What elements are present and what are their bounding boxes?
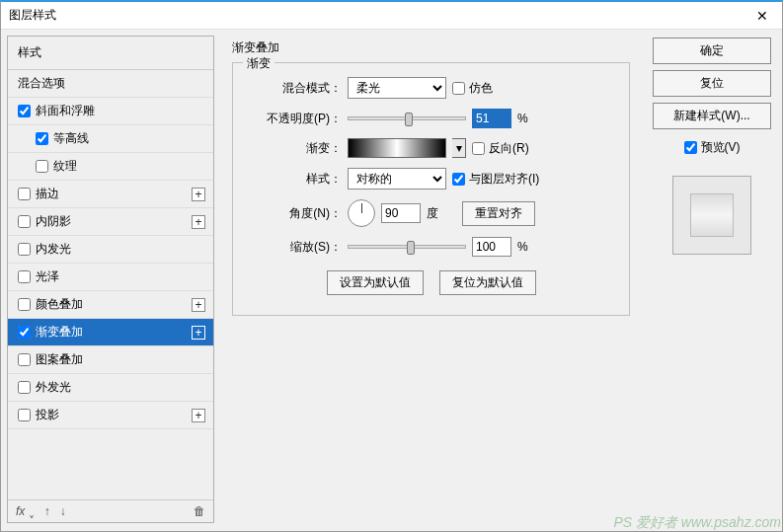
color-overlay-add-icon[interactable]: + — [192, 298, 205, 312]
fieldset-legend: 渐变 — [243, 55, 274, 72]
angle-label: 角度(N)： — [253, 205, 342, 222]
preview-check[interactable]: 预览(V) — [684, 139, 741, 156]
inner-glow-checkbox[interactable] — [18, 243, 31, 256]
opacity-label: 不透明度(P)： — [253, 111, 342, 127]
gradient-label: 渐变： — [253, 140, 342, 157]
scale-label: 缩放(S)： — [253, 239, 342, 256]
style-label: 样式： — [253, 171, 342, 188]
content: 样式 混合选项 斜面和浮雕 等高线 纹理 描边 + — [1, 30, 782, 529]
default-buttons-row: 设置为默认值 复位为默认值 — [253, 270, 609, 295]
align-checkbox[interactable] — [452, 173, 465, 186]
window-title: 图层样式 — [9, 7, 56, 24]
section-title: 渐变叠加 — [232, 39, 630, 56]
inner-shadow-add-icon[interactable]: + — [192, 215, 205, 229]
scale-row: 缩放(S)： % — [253, 237, 609, 257]
reverse-check[interactable]: 反向(R) — [472, 140, 529, 157]
stroke-checkbox[interactable] — [18, 188, 31, 200]
reset-default-button[interactable]: 复位为默认值 — [439, 270, 536, 295]
bevel-emboss-item[interactable]: 斜面和浮雕 — [8, 98, 213, 125]
gradient-overlay-item[interactable]: 渐变叠加 + — [8, 319, 213, 346]
style-row: 样式： 对称的 与图层对齐(I) — [253, 168, 609, 190]
angle-dial[interactable] — [348, 199, 375, 227]
reset-align-button[interactable]: 重置对齐 — [462, 201, 535, 226]
scale-slider[interactable] — [348, 245, 466, 249]
new-style-button[interactable]: 新建样式(W)... — [653, 103, 771, 129]
preview-thumbnail — [690, 193, 734, 237]
inner-shadow-item[interactable]: 内阴影 + — [8, 208, 213, 236]
bevel-checkbox[interactable] — [18, 105, 31, 117]
texture-item[interactable]: 纹理 — [8, 153, 213, 181]
preview-checkbox[interactable] — [684, 141, 697, 154]
blend-mode-row: 混合模式： 柔光 仿色 — [253, 77, 609, 99]
titlebar: 图层样式 ✕ — [1, 2, 782, 30]
angle-row: 角度(N)： 度 重置对齐 — [253, 199, 609, 227]
gradient-row: 渐变： ▾ 反向(R) — [253, 138, 609, 158]
styles-list: 混合选项 斜面和浮雕 等高线 纹理 描边 + — [8, 70, 213, 499]
angle-input[interactable] — [381, 203, 421, 223]
set-default-button[interactable]: 设置为默认值 — [327, 270, 424, 295]
drop-shadow-item[interactable]: 投影 + — [8, 402, 213, 429]
styles-header: 样式 — [8, 37, 213, 70]
color-overlay-checkbox[interactable] — [18, 298, 31, 311]
gradient-swatch[interactable] — [348, 138, 446, 158]
ok-button[interactable]: 确定 — [653, 38, 771, 64]
outer-glow-item[interactable]: 外发光 — [8, 374, 213, 402]
gradient-dropdown-icon[interactable]: ▾ — [452, 138, 466, 158]
delete-icon[interactable]: 🗑 — [194, 504, 205, 518]
inner-shadow-checkbox[interactable] — [18, 215, 31, 228]
preview-box — [672, 176, 751, 255]
align-check[interactable]: 与图层对齐(I) — [452, 171, 539, 188]
gradient-overlay-checkbox[interactable] — [18, 326, 31, 339]
inner-glow-item[interactable]: 内发光 — [8, 236, 213, 264]
pattern-overlay-checkbox[interactable] — [18, 353, 31, 366]
outer-glow-checkbox[interactable] — [18, 381, 31, 394]
opacity-row: 不透明度(P)： % — [253, 109, 609, 128]
stroke-add-icon[interactable]: + — [192, 188, 205, 201]
dither-checkbox[interactable] — [452, 82, 465, 95]
contour-checkbox[interactable] — [36, 132, 48, 145]
opacity-slider[interactable] — [348, 116, 466, 120]
pattern-overlay-item[interactable]: 图案叠加 — [8, 346, 213, 374]
contour-item[interactable]: 等高线 — [8, 125, 213, 153]
gradient-overlay-add-icon[interactable]: + — [192, 326, 205, 340]
reverse-checkbox[interactable] — [472, 142, 485, 155]
satin-checkbox[interactable] — [18, 270, 31, 283]
styles-footer: fx ˬ ↑ ↓ 🗑 — [8, 499, 213, 522]
scale-input[interactable] — [472, 237, 511, 257]
move-down-icon[interactable]: ↓ — [60, 504, 66, 518]
satin-item[interactable]: 光泽 — [8, 264, 213, 291]
blend-mode-label: 混合模式： — [253, 80, 342, 97]
drop-shadow-add-icon[interactable]: + — [192, 409, 205, 422]
settings-panel: 渐变叠加 渐变 混合模式： 柔光 仿色 不透明度(P)： % — [222, 36, 640, 523]
styles-panel: 样式 混合选项 斜面和浮雕 等高线 纹理 描边 + — [7, 36, 214, 523]
dither-check[interactable]: 仿色 — [452, 80, 493, 97]
gradient-fieldset: 渐变 混合模式： 柔光 仿色 不透明度(P)： % 渐变： — [232, 62, 630, 316]
right-panel: 确定 复位 新建样式(W)... 预览(V) — [648, 36, 776, 523]
opacity-input[interactable] — [472, 109, 511, 128]
drop-shadow-checkbox[interactable] — [18, 409, 31, 421]
layer-style-dialog: 图层样式 ✕ 样式 混合选项 斜面和浮雕 等高线 纹理 — [0, 0, 783, 532]
blending-options-item[interactable]: 混合选项 — [8, 70, 213, 98]
close-button[interactable]: ✕ — [750, 8, 774, 24]
style-select[interactable]: 对称的 — [348, 168, 446, 190]
color-overlay-item[interactable]: 颜色叠加 + — [8, 291, 213, 319]
cancel-button[interactable]: 复位 — [653, 70, 771, 97]
texture-checkbox[interactable] — [36, 160, 48, 173]
fx-icon[interactable]: fx ˬ — [16, 504, 35, 518]
blend-mode-select[interactable]: 柔光 — [348, 77, 446, 99]
stroke-item[interactable]: 描边 + — [8, 181, 213, 208]
move-up-icon[interactable]: ↑ — [44, 504, 50, 518]
